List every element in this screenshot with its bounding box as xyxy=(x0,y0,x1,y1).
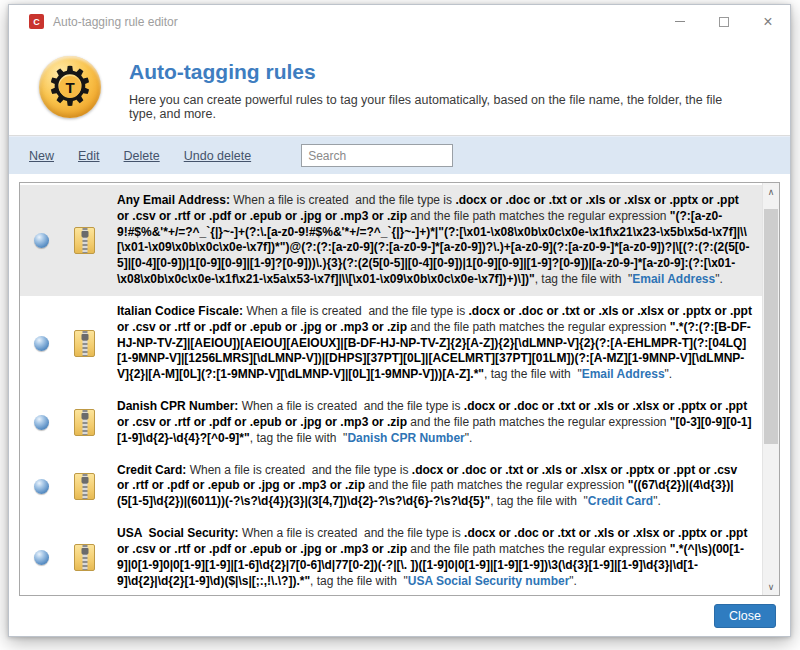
rule-description: Danish CPR Number: When a file is create… xyxy=(117,399,756,446)
badge-letter: T xyxy=(59,76,81,98)
rule-text-segment: When a file is created and the file type… xyxy=(230,193,455,207)
close-window-button[interactable]: × xyxy=(746,5,790,38)
rule-text-segment: Credit Card: xyxy=(117,463,186,477)
minimize-button[interactable] xyxy=(658,5,702,38)
app-badge: ⚙ T xyxy=(39,56,101,118)
rule-text-segment: ". xyxy=(653,494,661,508)
close-button[interactable]: Close xyxy=(714,604,776,628)
zipper-pull xyxy=(81,413,88,419)
tag-name: Danish CPR Number xyxy=(347,431,464,445)
rule-bullet-icon xyxy=(34,550,49,565)
rule-text-segment: ". xyxy=(569,574,577,588)
desktop-background: C Auto-tagging rule editor × ⚙ T Auto-ta… xyxy=(0,0,800,650)
rule-text-segment: and the file path matches the regular ex… xyxy=(407,320,670,334)
rule-text-segment: Danish CPR Number: xyxy=(117,399,238,413)
rule-row[interactable]: Italian Codice Fiscale: When a file is c… xyxy=(20,296,762,391)
tag-name: Email Address xyxy=(632,272,715,286)
zip-file-icon xyxy=(74,473,95,500)
minimize-icon xyxy=(675,21,685,22)
zipper-pull xyxy=(81,334,88,340)
rule-text-segment: ". xyxy=(465,431,473,445)
rule-description: Credit Card: When a file is created and … xyxy=(117,463,756,510)
toolbar-link-delete[interactable]: Delete xyxy=(124,149,160,163)
rule-text-segment: When a file is created and the file type… xyxy=(243,304,468,318)
tag-name: Email Address xyxy=(582,367,665,381)
rules-list-container: Any Email Address: When a file is create… xyxy=(19,182,780,596)
rule-bullet-icon xyxy=(34,336,49,351)
scroll-up-icon[interactable]: ∧ xyxy=(763,183,779,200)
tag-name: USA Social Security number xyxy=(408,574,570,588)
rule-text-segment: , tag the file with " xyxy=(484,367,582,381)
rule-row[interactable]: USA Social Security: When a file is crea… xyxy=(20,518,762,595)
rule-text-segment: Italian Codice Fiscale: xyxy=(117,304,243,318)
rule-text-segment: Any Email Address: xyxy=(117,193,230,207)
rule-description: Any Email Address: When a file is create… xyxy=(117,193,756,288)
footer: Close xyxy=(9,596,790,636)
titlebar[interactable]: C Auto-tagging rule editor × xyxy=(9,5,790,38)
zipper-pull xyxy=(81,477,88,483)
rule-text-segment: USA Social Security: xyxy=(117,526,239,540)
rule-text-segment: , tag the file with " xyxy=(310,574,408,588)
maximize-icon xyxy=(719,17,729,27)
rule-text-segment: When a file is created and the file type… xyxy=(186,463,411,477)
zipper-pull xyxy=(81,548,88,554)
rule-text-segment: , tag the file with " xyxy=(535,272,633,286)
toolbar-link-new[interactable]: New xyxy=(29,149,54,163)
scroll-down-icon[interactable]: ∨ xyxy=(763,578,779,595)
rule-text-segment: and the file path matches the regular ex… xyxy=(407,542,670,556)
rule-text-segment: ". xyxy=(715,272,723,286)
toolbar-link-undo-delete[interactable]: Undo delete xyxy=(184,149,251,163)
rule-text-segment: and the file path matches the regular ex… xyxy=(407,209,670,223)
rule-text-segment: ". xyxy=(665,367,673,381)
rule-text-segment: When a file is created and the file type… xyxy=(238,399,463,413)
scrollbar[interactable]: ∧ ∨ xyxy=(762,183,779,595)
page-title: Auto-tagging rules xyxy=(129,60,750,84)
header: ⚙ T Auto-tagging rules Here you can crea… xyxy=(9,38,790,135)
zip-file-icon xyxy=(74,544,95,571)
zip-file-icon xyxy=(74,409,95,436)
zipper-pull xyxy=(81,231,88,237)
rule-bullet-icon xyxy=(34,415,49,430)
rule-text-segment: When a file is created and the file type… xyxy=(239,526,464,540)
search-input[interactable] xyxy=(301,144,453,167)
rule-text-segment: and the file path matches the regular ex… xyxy=(365,478,628,492)
rule-text-segment: , tag the file with " xyxy=(250,431,348,445)
tag-name: Credit Card xyxy=(588,494,653,508)
rule-bullet-icon xyxy=(34,479,49,494)
rule-description: Italian Codice Fiscale: When a file is c… xyxy=(117,304,756,383)
toolbar-link-edit[interactable]: Edit xyxy=(78,149,100,163)
scrollbar-thumb[interactable] xyxy=(764,209,778,444)
rule-row[interactable]: Danish CPR Number: When a file is create… xyxy=(20,391,762,454)
maximize-button[interactable] xyxy=(702,5,746,38)
auto-tagging-rule-editor-window: C Auto-tagging rule editor × ⚙ T Auto-ta… xyxy=(8,4,791,637)
rule-text-segment: , tag the file with " xyxy=(490,494,588,508)
app-icon: C xyxy=(29,14,44,29)
zip-file-icon xyxy=(74,227,95,254)
rule-bullet-icon xyxy=(34,233,49,248)
rule-row[interactable]: Any Email Address: When a file is create… xyxy=(20,185,762,296)
rule-row[interactable]: Credit Card: When a file is created and … xyxy=(20,455,762,518)
window-title: Auto-tagging rule editor xyxy=(53,15,658,29)
rule-description: USA Social Security: When a file is crea… xyxy=(117,526,756,589)
rules-list: Any Email Address: When a file is create… xyxy=(20,183,762,595)
rule-text-segment: and the file path matches the regular ex… xyxy=(407,415,670,429)
toolbar: NewEditDeleteUndo delete xyxy=(9,136,790,174)
close-icon: × xyxy=(763,14,772,30)
zip-file-icon xyxy=(74,330,95,357)
page-subtitle: Here you can create powerful rules to ta… xyxy=(129,93,750,121)
